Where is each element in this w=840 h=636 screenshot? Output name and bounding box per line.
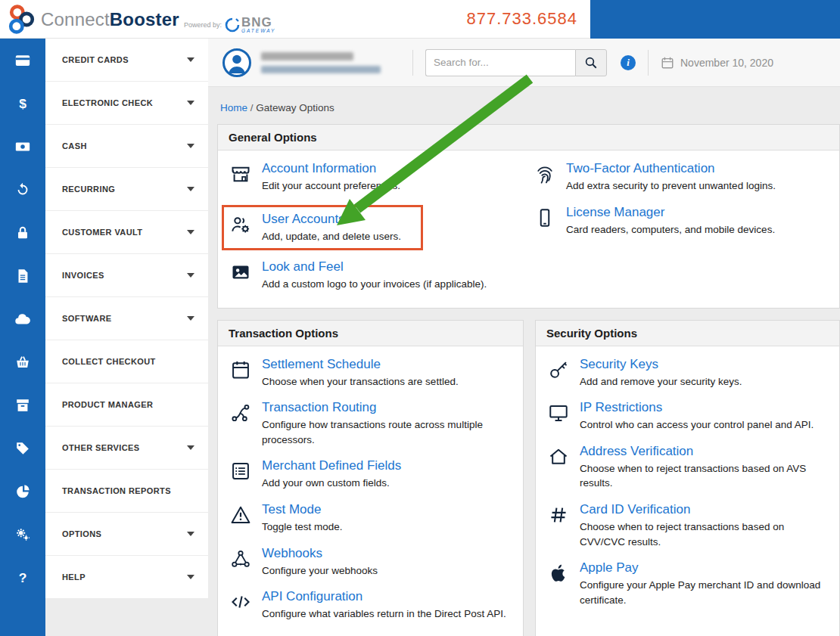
sidebar-icon-options[interactable] xyxy=(0,513,45,556)
breadcrumb-current: Gateway Options xyxy=(256,102,334,113)
option-license-manager[interactable]: License Manager Card readers, computers,… xyxy=(534,205,827,237)
sidebar-item-software[interactable]: SOFTWARE xyxy=(45,297,208,340)
sidebar-icon-cash[interactable] xyxy=(0,125,45,168)
option-settlement-schedule[interactable]: Settlement Schedule Choose when your tra… xyxy=(230,357,511,389)
support-phone-number: 877.733.6584 xyxy=(466,9,577,29)
settlement-schedule-link[interactable]: Settlement Schedule xyxy=(262,357,381,372)
topbar-divider xyxy=(648,50,649,76)
search-bar xyxy=(425,49,607,76)
sidebar-icon-help[interactable]: ? xyxy=(0,556,45,599)
option-test-mode[interactable]: Test Mode Toggle test mode. xyxy=(230,502,511,535)
option-transaction-routing[interactable]: Transaction Routing Configure how transa… xyxy=(230,400,511,447)
option-address-verification[interactable]: Address Verification Choose when to reje… xyxy=(548,444,827,491)
transaction-routing-desc: Configure how transactions route across … xyxy=(262,417,511,447)
app-header: ConnectBooster Powered by: BNG GATEWAY 8… xyxy=(0,0,840,39)
license-manager-link[interactable]: License Manager xyxy=(566,205,664,220)
search-input[interactable] xyxy=(425,49,575,76)
sidebar-item-cash[interactable]: CASH xyxy=(45,125,208,168)
user-accounts-highlight-box: User Accounts Add, update, and delete us… xyxy=(222,205,423,251)
option-account-information[interactable]: Account Information Edit your account pr… xyxy=(230,161,527,194)
sidebar-icon-electronic-check[interactable]: $ xyxy=(0,82,45,125)
chevron-down-icon xyxy=(187,57,194,62)
search-button[interactable] xyxy=(575,49,607,76)
fingerprint-icon xyxy=(534,161,557,194)
option-merchant-defined-fields[interactable]: Merchant Defined Fields Add your own cus… xyxy=(230,458,511,491)
user-accounts-link[interactable]: User Accounts xyxy=(262,212,345,227)
sidebar-icon-other-services[interactable] xyxy=(0,427,45,470)
merchant-defined-fields-desc: Add your own custom fields. xyxy=(262,476,401,491)
users-gear-icon xyxy=(230,212,253,244)
sidebar-item-product-manager[interactable]: PRODUCT MANAGER xyxy=(45,383,208,427)
sidebar-icon-product-manager[interactable] xyxy=(0,383,45,427)
two-factor-authentication-link[interactable]: Two-Factor Authentication xyxy=(566,161,715,176)
user-avatar[interactable] xyxy=(222,48,252,78)
general-options-panel: General Options Account Information Edit… xyxy=(217,124,840,309)
api-configuration-link[interactable]: API Configuration xyxy=(262,589,362,604)
code-icon xyxy=(230,589,253,622)
look-and-feel-link[interactable]: Look and Feel xyxy=(262,259,344,275)
ip-restrictions-link[interactable]: IP Restrictions xyxy=(580,400,662,415)
user-accounts-desc: Add, update, and delete users. xyxy=(262,229,401,244)
security-keys-desc: Add and remove your security keys. xyxy=(580,374,742,389)
sidebar-icon-collect-checkout[interactable] xyxy=(0,340,45,383)
apple-pay-desc: Configure your Apple Pay merchant ID and… xyxy=(580,578,827,607)
powered-by-block: Powered by: BNG GATEWAY xyxy=(184,16,275,34)
sidebar-item-options[interactable]: OPTIONS xyxy=(45,513,208,556)
sidebar-icon-transaction-reports[interactable] xyxy=(0,470,45,513)
option-two-factor-authentication[interactable]: Two-Factor Authentication Add extra secu… xyxy=(534,161,827,194)
option-card-id-verification[interactable]: Card ID Verification Choose when to reje… xyxy=(548,502,827,549)
sidebar-icon-software[interactable] xyxy=(0,297,45,340)
sidebar-item-collect-checkout[interactable]: COLLECT CHECKOUT xyxy=(45,340,208,383)
chevron-down-icon xyxy=(187,532,194,536)
dollar-icon: $ xyxy=(14,95,31,112)
merchant-defined-fields-link[interactable]: Merchant Defined Fields xyxy=(262,458,401,473)
sidebar-item-customer-vault[interactable]: CUSTOMER VAULT xyxy=(45,211,208,254)
svg-text:$: $ xyxy=(19,95,26,110)
hash-icon xyxy=(548,502,571,549)
sidebar-icon-invoices[interactable] xyxy=(0,254,45,297)
sidebar-item-help[interactable]: HELP xyxy=(45,556,208,599)
sidebar-item-other-services[interactable]: OTHER SERVICES xyxy=(45,427,208,470)
sidebar-icon-strip: $ ? xyxy=(0,39,45,636)
lock-icon xyxy=(14,225,31,241)
option-security-keys[interactable]: Security Keys Add and remove your securi… xyxy=(548,357,827,389)
general-options-right-column: Two-Factor Authentication Add extra secu… xyxy=(534,161,827,303)
sidebar-icon-customer-vault[interactable] xyxy=(0,211,45,254)
user-account-redacted xyxy=(261,66,381,73)
account-information-link[interactable]: Account Information xyxy=(262,161,376,176)
banknote-icon xyxy=(14,138,31,155)
question-icon: ? xyxy=(14,569,31,586)
sidebar-item-credit-cards[interactable]: CREDIT CARDS xyxy=(45,39,208,82)
webhooks-link[interactable]: Webhooks xyxy=(262,546,322,561)
apple-icon xyxy=(548,560,571,607)
info-icon[interactable]: i xyxy=(621,55,636,70)
sidebar-item-transaction-reports[interactable]: TRANSACTION REPORTS xyxy=(45,470,208,513)
option-webhooks[interactable]: Webhooks Configure your webhooks xyxy=(230,546,511,579)
sidebar-icon-recurring[interactable] xyxy=(0,168,45,211)
sidebar-item-invoices[interactable]: INVOICES xyxy=(45,254,208,297)
license-manager-desc: Card readers, computers, and mobile devi… xyxy=(566,222,775,237)
security-keys-link[interactable]: Security Keys xyxy=(580,357,658,372)
breadcrumb-home-link[interactable]: Home xyxy=(220,102,247,113)
option-user-accounts[interactable]: User Accounts Add, update, and delete us… xyxy=(230,212,415,244)
option-apple-pay[interactable]: Apple Pay Configure your Apple Pay merch… xyxy=(548,560,827,607)
transaction-options-panel: Transaction Options Settlement Schedule … xyxy=(217,320,524,636)
option-api-configuration[interactable]: API Configuration Configure what variabl… xyxy=(230,589,511,622)
transaction-routing-link[interactable]: Transaction Routing xyxy=(262,400,377,415)
address-verification-link[interactable]: Address Verification xyxy=(580,444,693,459)
general-options-title: General Options xyxy=(218,125,839,150)
option-look-and-feel[interactable]: Look and Feel Add a custom logo to your … xyxy=(230,259,527,292)
box-icon xyxy=(14,397,31,414)
bng-logo-text: BNG GATEWAY xyxy=(241,16,275,34)
general-options-body: Account Information Edit your account pr… xyxy=(218,150,839,308)
mobile-device-icon xyxy=(534,205,557,237)
header-blue-block xyxy=(590,0,840,39)
apple-pay-link[interactable]: Apple Pay xyxy=(580,560,639,576)
sidebar-item-recurring[interactable]: RECURRING xyxy=(45,168,208,211)
test-mode-link[interactable]: Test Mode xyxy=(262,502,321,517)
card-id-verification-link[interactable]: Card ID Verification xyxy=(580,502,690,517)
sidebar-icon-credit-cards[interactable] xyxy=(0,39,45,82)
sidebar-item-electronic-check[interactable]: ELECTRONIC CHECK xyxy=(45,82,208,125)
option-ip-restrictions[interactable]: IP Restrictions Control who can access y… xyxy=(548,400,827,433)
home-icon xyxy=(548,444,571,491)
